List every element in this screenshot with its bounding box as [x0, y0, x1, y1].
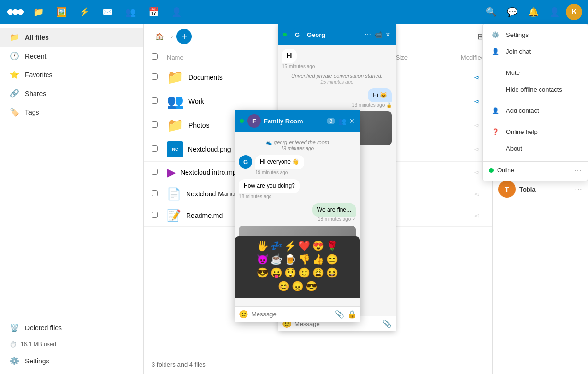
sidebar-item-shares[interactable]: 🔗 Shares — [0, 84, 143, 103]
row-checkbox[interactable] — [152, 121, 167, 129]
sidebar-item-settings[interactable]: ⚙️ Settings — [0, 351, 143, 370]
home-button[interactable]: 🏠 — [152, 29, 167, 44]
nextcloud-logo[interactable] — [6, 2, 25, 22]
select-all-checkbox[interactable] — [152, 53, 167, 61]
row-checkbox[interactable] — [152, 190, 167, 198]
menu-item-add-contact[interactable]: 👤 Add contact — [492, 102, 588, 119]
users-nav-icon[interactable]: 👤 — [167, 2, 186, 22]
contacts-icon[interactable]: 👤 — [545, 2, 564, 22]
more-icon[interactable]: ⋯ — [317, 117, 324, 125]
star-icon: ⭐ — [10, 70, 19, 79]
menu-divider — [492, 100, 588, 100]
add-button[interactable]: + — [176, 29, 192, 44]
emoji-cool[interactable]: 😎 — [306, 280, 318, 292]
more-icon[interactable]: ⋯ — [365, 31, 371, 38]
user-avatar[interactable]: K — [566, 4, 582, 20]
emoji-heart[interactable]: ❤️ — [298, 240, 310, 252]
row-checkbox[interactable] — [152, 97, 167, 105]
emoji-expressionless[interactable]: 😑 — [326, 253, 338, 265]
emoji-love[interactable]: 😍 — [312, 240, 324, 252]
add-contact-icon: 👤 — [492, 107, 500, 114]
emoji-smile[interactable]: 🙂 — [298, 267, 310, 278]
emoji-coffee[interactable]: ☕ — [270, 253, 282, 265]
online-dot — [283, 33, 287, 36]
emoji-astonished[interactable]: 😲 — [284, 267, 296, 278]
share-button[interactable]: ⋖ — [469, 212, 484, 219]
menu-item-join-chat[interactable]: 👤 Join chat — [492, 43, 588, 60]
emoji-weary[interactable]: 😩 — [312, 267, 324, 278]
emoji-button[interactable]: 🙂 — [239, 310, 248, 319]
menu-item-settings[interactable]: ⚙️ Settings — [492, 26, 588, 43]
activity-nav-icon[interactable]: ⚡ — [75, 2, 94, 22]
row-checkbox[interactable] — [152, 212, 167, 219]
files-nav-icon[interactable]: 📁 — [29, 2, 48, 22]
file-name-label: Documents — [188, 73, 223, 81]
emoji-sunglasses[interactable]: 😎 — [257, 267, 269, 278]
people-icon[interactable]: 👥 — [338, 117, 346, 125]
talk-icon[interactable]: 💬 — [503, 2, 522, 22]
attachment-icon[interactable]: 📎 — [382, 319, 392, 328]
contact-more-icon[interactable]: ⋯ — [575, 185, 582, 194]
attachment-icon[interactable]: 📎 — [335, 310, 344, 319]
emoji-beer[interactable]: 🍺 — [284, 253, 296, 265]
emoji-tongue[interactable]: 😛 — [270, 267, 282, 278]
context-menu: ⚙️ Settings 👤 Join chat Mute Hide offlin… — [492, 24, 588, 181]
file-name-label: Nextcloud intro.mp4 — [180, 169, 240, 176]
emoji-zzz[interactable]: 💤 — [270, 240, 282, 252]
emoji-thumbsdown[interactable]: 👎 — [298, 253, 310, 265]
emoji-devil[interactable]: 😈 — [257, 253, 269, 265]
close-icon[interactable]: ✕ — [349, 117, 355, 125]
menu-item-label: About — [506, 145, 522, 152]
help-icon: ❓ — [492, 128, 500, 135]
member-count: 3 — [327, 118, 335, 124]
menu-divider — [492, 62, 588, 62]
calendar-nav-icon[interactable]: 📅 — [144, 2, 163, 22]
svg-point-1 — [12, 9, 19, 15]
menu-item-label: Add contact — [506, 107, 539, 114]
emoji-angry[interactable]: 😠 — [292, 280, 304, 292]
online-more-icon[interactable]: ⋯ — [574, 166, 582, 175]
chat-message: We are fine... 18 minutes ago ✓ — [239, 203, 356, 222]
top-nav-right: 🔍 💬 🔔 👤 K — [482, 2, 582, 22]
emoji-laugh[interactable]: 😆 — [326, 267, 338, 278]
emoji-thumbsup[interactable]: 👍 — [312, 253, 324, 265]
emoji-hand[interactable]: 🖐️ — [257, 240, 269, 252]
menu-item-mute[interactable]: Mute — [492, 64, 588, 81]
menu-item-about[interactable]: About — [492, 140, 588, 157]
contacts-nav-icon[interactable]: 👥 — [121, 2, 140, 22]
mail-nav-icon[interactable]: ✉️ — [98, 2, 117, 22]
notifications-icon[interactable]: 🔔 — [524, 2, 543, 22]
folder-icon: 📁 — [167, 117, 184, 133]
row-checkbox[interactable] — [152, 145, 167, 153]
sidebar-item-all-files[interactable]: 📁 All files — [0, 28, 143, 47]
menu-item-label: Mute — [506, 69, 520, 76]
online-status: Online ⋯ — [492, 161, 588, 179]
nextcloud-file-icon: NC — [167, 141, 183, 157]
emoji-blush[interactable]: 😊 — [278, 280, 290, 292]
search-icon[interactable]: 🔍 — [482, 2, 501, 22]
close-icon[interactable]: ✕ — [385, 31, 391, 38]
share-button[interactable]: ⋖ — [469, 190, 484, 198]
video-call-icon[interactable]: 📹 — [374, 31, 382, 38]
menu-item-label: Join chat — [506, 48, 531, 55]
row-checkbox[interactable] — [152, 169, 167, 176]
emoji-lightning[interactable]: ⚡ — [284, 240, 296, 252]
photos-nav-icon[interactable]: 🖼️ — [52, 2, 71, 22]
family-room-chat-window: F Family Room ⋯ 3 👥 ✕ 👟 georg entered th… — [235, 110, 360, 322]
emoji-rose[interactable]: 🌹 — [326, 240, 338, 252]
menu-item-label: Settings — [506, 31, 529, 38]
row-checkbox[interactable] — [152, 73, 167, 81]
sidebar-item-tags[interactable]: 🏷️ Tags — [0, 103, 143, 121]
message-input[interactable] — [251, 311, 332, 318]
sidebar-item-label: Recent — [25, 52, 46, 60]
svg-point-2 — [18, 9, 24, 15]
chat-message: Hi 15 minutes ago — [282, 49, 392, 69]
sidebar-item-recent[interactable]: 🕐 Recent — [0, 47, 143, 65]
sidebar-item-deleted[interactable]: 🗑️ Deleted files — [0, 318, 143, 337]
left-sidebar: 📁 All files 🕐 Recent ⭐ Favorites 🔗 Share… — [0, 24, 144, 374]
menu-item-hide-offline[interactable]: Hide offline contacts — [492, 81, 588, 98]
sidebar-item-favorites[interactable]: ⭐ Favorites — [0, 65, 143, 84]
file-name-label: Photos — [188, 121, 210, 129]
storage-info: ⏱️ 16.1 MB used — [0, 337, 143, 351]
menu-item-online-help[interactable]: ❓ Online help — [492, 123, 588, 140]
